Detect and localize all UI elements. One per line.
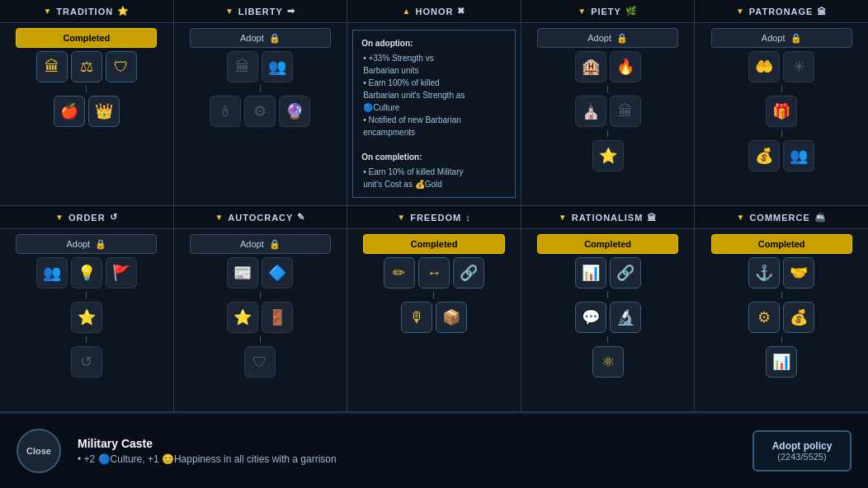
piety-icon-hotel[interactable]: 🏨: [575, 51, 606, 82]
order-icon-bulb[interactable]: 💡: [71, 257, 102, 289]
order-title: ORDER: [68, 213, 106, 223]
tradition-icon-apple[interactable]: 🍎: [54, 96, 85, 127]
order-icon-star[interactable]: ⭐: [71, 302, 102, 333]
order-icons-row2: ⭐: [71, 302, 102, 333]
bottom-policy-row: ▼ ORDER ↺ Adopt 🔒 👥 💡 🚩 ⭐: [0, 206, 868, 412]
liberty-adopt-btn[interactable]: Adopt 🔒: [190, 28, 331, 48]
rationalism-icon-atom[interactable]: ⚛: [592, 346, 624, 378]
freedom-title: FREEDOM: [410, 213, 461, 223]
freedom-icon-mic[interactable]: 🎙: [401, 302, 432, 333]
close-button[interactable]: Close: [17, 429, 61, 473]
rationalism-icon-speech[interactable]: 💬: [575, 302, 606, 333]
piety-adopt-btn[interactable]: Adopt 🔒: [537, 28, 678, 48]
commerce-icon-anchor[interactable]: ⚓: [748, 257, 780, 289]
liberty-icon-gear[interactable]: ⚙: [244, 96, 276, 127]
autocracy-icon-star[interactable]: ⭐: [227, 302, 258, 333]
main-area: ▼ TRADITION ⭐ Completed 🏛 ⚖ 🛡 🍎 👑: [0, 0, 868, 412]
honor-popup: On adoption: • +33% Strength vsBarbarian…: [352, 30, 516, 198]
commerce-arrow: ▼: [737, 213, 746, 222]
column-liberty: ▼ LIBERTY ➡ Adopt 🔒 🏛 👥 🕯 ⚙ 🔮: [174, 0, 348, 205]
autocracy-title: AUTOCRACY: [228, 213, 293, 223]
liberty-icon-senate[interactable]: 🏛: [227, 51, 258, 82]
commerce-completed-btn[interactable]: Completed: [711, 234, 852, 254]
top-policy-row: ▼ TRADITION ⭐ Completed 🏛 ⚖ 🛡 🍎 👑: [0, 0, 868, 206]
order-adopt-label: Adopt: [66, 239, 90, 249]
rationalism-completed-btn[interactable]: Completed: [537, 234, 678, 254]
rationalism-connector2: [607, 336, 608, 343]
tradition-icon-monument[interactable]: 🏛: [36, 51, 68, 82]
piety-icon-fire[interactable]: 🔥: [610, 51, 641, 82]
tradition-header: ▼ TRADITION ⭐: [0, 0, 173, 23]
patronage-adopt-btn[interactable]: Adopt 🔒: [711, 28, 852, 48]
piety-icons-row2: ⛪ 🏛: [575, 96, 641, 127]
order-icon-people[interactable]: 👥: [36, 257, 68, 289]
tradition-icon-shield[interactable]: 🛡: [106, 51, 137, 82]
autocracy-icon-newspaper[interactable]: 📰: [227, 257, 258, 289]
commerce-icon: 🚢: [814, 212, 827, 223]
honor-title: HONOR: [415, 7, 453, 16]
rationalism-icon-flask[interactable]: 🔬: [610, 302, 641, 333]
piety-icon-temple[interactable]: 🏛: [610, 96, 641, 127]
freedom-icon: ↕: [465, 213, 471, 223]
adopt-policy-cost: (2243/5525): [767, 452, 837, 462]
freedom-icon-box[interactable]: 📦: [436, 302, 467, 333]
commerce-icon-handshake[interactable]: 🤝: [783, 257, 814, 289]
liberty-icon-orb[interactable]: 🔮: [279, 96, 310, 127]
tradition-icons-row2: 🍎 👑: [54, 96, 120, 127]
rationalism-icon-network[interactable]: 🔗: [610, 257, 641, 289]
commerce-icon-money[interactable]: 💰: [783, 302, 814, 333]
liberty-connector1: [260, 86, 261, 92]
commerce-icon-piechart[interactable]: 📊: [766, 346, 797, 378]
commerce-header: ▼ COMMERCE 🚢: [695, 206, 868, 229]
rationalism-icons-row2: 💬 🔬: [575, 302, 641, 333]
patronage-lock-icon: 🔒: [790, 33, 802, 44]
tradition-arrow: ▼: [43, 7, 52, 16]
honor-header: ▲ HONOR ✖: [347, 0, 521, 23]
order-arrow: ▼: [55, 213, 64, 222]
order-connector2: [86, 336, 87, 343]
freedom-icon-arrows[interactable]: ↔: [418, 257, 450, 289]
order-adopt-btn[interactable]: Adopt 🔒: [16, 234, 157, 254]
autocracy-icon-diamond[interactable]: 🔷: [262, 257, 293, 289]
honor-adoption-title: On adoption:: [361, 37, 507, 49]
liberty-icon-people[interactable]: 👥: [262, 51, 293, 82]
patronage-icons-row3: 💰 👥: [748, 140, 814, 171]
order-icon-flag[interactable]: 🚩: [106, 257, 137, 289]
piety-lock-icon: 🔒: [616, 33, 628, 44]
piety-icon-church[interactable]: ⛪: [575, 96, 606, 127]
commerce-icon-gear[interactable]: ⚙: [748, 302, 780, 333]
freedom-completed-btn[interactable]: Completed: [363, 234, 504, 254]
column-rationalism: ▼ RATIONALISM 🏛 Completed 📊 🔗 💬 🔬 ⚛: [521, 206, 696, 411]
adopt-policy-label: Adopt policy: [767, 440, 837, 452]
freedom-icon-link[interactable]: 🔗: [453, 257, 484, 289]
order-icon-recycle[interactable]: ↺: [71, 346, 102, 378]
freedom-icon-pencil[interactable]: ✏: [384, 257, 415, 289]
patronage-icon-star2[interactable]: ✳: [783, 51, 814, 82]
patronage-icon-gift[interactable]: 🎁: [766, 96, 797, 127]
patronage-adopt-label: Adopt: [762, 33, 785, 43]
autocracy-icon-shield[interactable]: 🛡: [244, 346, 276, 378]
patronage-icon-hands[interactable]: 🤲: [748, 51, 780, 82]
liberty-icons-row1: 🏛 👥: [227, 51, 293, 82]
order-lock-icon: 🔒: [95, 239, 106, 250]
autocracy-icons-row2: ⭐ 🚪: [227, 302, 293, 333]
piety-connector2: [607, 130, 608, 137]
bottom-bar: Close Military Caste • +2 🔵Culture, +1 😊…: [0, 412, 868, 488]
autocracy-icon-door[interactable]: 🚪: [262, 302, 293, 333]
piety-icon-star[interactable]: ⭐: [592, 140, 624, 171]
tradition-icon-crown[interactable]: 👑: [88, 96, 120, 127]
tradition-completed-btn[interactable]: Completed: [16, 28, 157, 48]
patronage-icon-coin[interactable]: 💰: [748, 140, 780, 171]
adopt-policy-button[interactable]: Adopt policy (2243/5525): [752, 430, 851, 472]
autocracy-body: Adopt 🔒 📰 🔷 ⭐ 🚪 🛡: [174, 229, 347, 411]
freedom-header: ▼ FREEDOM ↕: [347, 206, 521, 229]
patronage-icons-row2: 🎁: [766, 96, 797, 127]
liberty-icon-candle[interactable]: 🕯: [210, 96, 241, 127]
order-header: ▼ ORDER ↺: [0, 206, 173, 229]
patronage-icon-people[interactable]: 👥: [783, 140, 814, 171]
rationalism-icon-chart[interactable]: 📊: [575, 257, 606, 289]
liberty-header: ▼ LIBERTY ➡: [174, 0, 347, 23]
tradition-icon-law[interactable]: ⚖: [71, 51, 102, 82]
autocracy-adopt-btn[interactable]: Adopt 🔒: [190, 234, 331, 254]
patronage-title: PATRONAGE: [749, 7, 814, 16]
